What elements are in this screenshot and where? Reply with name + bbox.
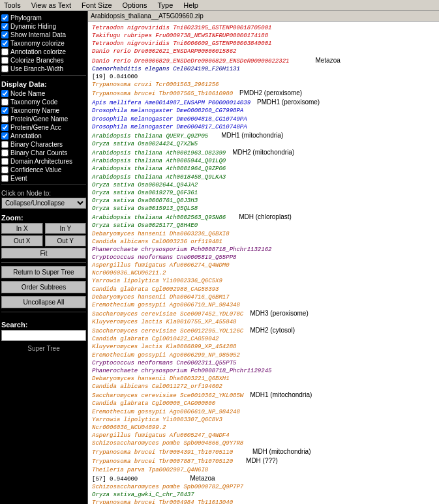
species-46[interactable]: Eremothecium gossypii Ago0006610_NP_9842… <box>92 408 240 416</box>
return-super-tree-button[interactable]: Return to Super Tree <box>1 266 86 278</box>
species-40[interactable]: Cryptococcus neoformans Cne0002311_Q55PT… <box>92 359 236 367</box>
species-42[interactable]: Debaryomyces hansenii Dha0003221_Q6BXH1 <box>92 375 230 383</box>
species-41[interactable]: Phanerochaete chrysosporium Pch0008718_P… <box>92 367 271 375</box>
menu-font-size[interactable]: Font Size <box>80 1 113 9</box>
species-29[interactable]: Ncr0006036_NCU06211.2 <box>92 269 166 277</box>
species-12[interactable]: Arabidopsis thaliana QUERY_Q9ZP05 <box>92 132 208 140</box>
species-10[interactable]: Drosophila melanogaster Dme0004818_CG107… <box>92 115 247 123</box>
species-22[interactable]: Arabidopsis thaliana Ath0002563_Q9SN86 <box>92 214 226 222</box>
zoom-in-x-button[interactable]: In X <box>1 223 43 234</box>
phylogram-checkbox[interactable] <box>1 14 8 22</box>
species-56[interactable]: Trypanosoma brucei Tbr0004984_Tb11013040 <box>92 499 233 504</box>
species-11[interactable]: Drosophila melanogaster Dme0004817_CG107… <box>92 123 247 131</box>
binary-char-counts-checkbox[interactable] <box>1 149 8 156</box>
annotation-colorize-checkbox[interactable] <box>1 48 8 55</box>
species-19[interactable]: Oryza sativa Osa0019279_Q6F361 <box>92 189 198 197</box>
species-31[interactable]: Candida glabrata Cgl0002988_CAG58393 <box>92 286 219 293</box>
species-20[interactable]: Oryza sativa Osa0008761_Q0J3H3 <box>92 197 198 205</box>
tree-row-34: Saccharomyces cerevisiae Sce0007452_YDL0… <box>92 309 435 318</box>
species-54[interactable]: Schizosaccharomyces pombe Spb0000782_Q9P… <box>92 483 243 491</box>
species-6[interactable]: Trypanosoma cruzi Tcr0001563_2961256 <box>92 81 219 89</box>
species-47[interactable]: Yarrowia lipolytica Yli0003307_Q6C8V3 <box>92 416 222 424</box>
zoom-in-y-button[interactable]: In Y <box>45 223 87 234</box>
binary-characters-checkbox[interactable] <box>1 141 8 148</box>
show-internal-data-checkbox[interactable] <box>1 31 8 38</box>
species-28[interactable]: Aspergillus fumigatus Afu0006274_Q4WDM0 <box>92 261 230 269</box>
zoom-fit-button[interactable]: Fit <box>1 248 86 259</box>
species-14[interactable]: Arabidopsis thaliana Ath0001963_O82399 <box>92 149 226 157</box>
taxonomy-code-checkbox[interactable] <box>1 98 8 106</box>
zoom-out-y-button[interactable]: Out Y <box>45 235 87 246</box>
protein-gene-name-checkbox[interactable] <box>1 115 8 123</box>
species-15[interactable]: Arabidopsis thaliana Ath0005944_Q01LQ0 <box>92 157 226 165</box>
species-45[interactable]: Candida glabrata Cgl00000_CAG000000 <box>92 400 215 408</box>
species-18[interactable]: Oryza sativa Osa0002644_Q94JA2 <box>92 181 198 189</box>
node-19[interactable]: [19] 0.041000 <box>92 73 138 81</box>
species-38[interactable]: Kluyveromyces lactis Kla0006899_XP_45428… <box>92 343 236 351</box>
active-tab[interactable]: Arabidopsis_thaliana__AT5G09660.zip <box>91 12 204 20</box>
domain-architectures-checkbox[interactable] <box>1 158 8 165</box>
species-13[interactable]: Oryza sativa Osa0024424_Q7XZW5 <box>92 140 198 148</box>
species-17[interactable]: Arabidopsis thaliana Ath0018458_Q9LKA3 <box>92 173 226 181</box>
menu-type[interactable]: Type <box>156 1 174 9</box>
species-55[interactable]: Oryza sativa_gwki_C_chr_70437 <box>92 491 194 499</box>
species-43[interactable]: Candida albicans Cal0011272_orf194602 <box>92 383 222 391</box>
taxonomy-name-checkbox[interactable] <box>1 107 8 114</box>
species-1[interactable]: Takifugu rubripes Fru0009738_NEWSINFRUP0… <box>92 32 268 40</box>
menu-help[interactable]: Help <box>182 1 200 9</box>
species-52[interactable]: Trypanosoma brucei Tbr0007887_Tb10705120 <box>92 458 233 466</box>
species-44[interactable]: Saccharomyces cerevisiae Sce0010362_YKL0… <box>92 392 243 400</box>
species-5[interactable]: Caenorhabditis elegans Cel0024190_F20H11… <box>92 65 240 73</box>
tree-container[interactable]: Tetraodon nigroviridis Tni0023195_GSTENP… <box>88 22 439 504</box>
colorize-branches-checkbox[interactable] <box>1 57 8 64</box>
species-33[interactable]: Eremothecium gossypii Ago0006710_NP_9843… <box>92 301 240 309</box>
species-16[interactable]: Arabidopsis thaliana Ath0001964_Q9ZP06 <box>92 165 226 173</box>
protein-gene-acc-checkbox[interactable] <box>1 124 8 131</box>
species-50[interactable]: Schizosaccharomyces pombe Spb0004866_Q9Y… <box>92 439 243 447</box>
confidence-value-checkbox[interactable] <box>1 166 8 173</box>
uncollapse-all-button[interactable]: Uncollapse All <box>1 296 86 308</box>
use-branch-width-checkbox[interactable] <box>1 65 8 72</box>
species-32[interactable]: Debaryomyces hansenii Dha0004716_Q6BM17 <box>92 293 230 301</box>
species-53[interactable]: Theileria parva Tpa0002907_Q4N6I8 <box>92 466 208 474</box>
species-26[interactable]: Phanerochaete chrysosporium Pch0008718_P… <box>92 246 271 254</box>
species-27[interactable]: Cryptococcus neoformans Cne0005819_Q55PP… <box>92 254 236 261</box>
species-0[interactable]: Tetraodon nigroviridis Tni0023195_GSTENP… <box>92 24 271 32</box>
node-57[interactable]: [57] 0.944000 <box>92 475 138 483</box>
species-35[interactable]: Kluyveromyces lactis Kla0010755_XP_45584… <box>92 318 236 326</box>
zoom-out-x-button[interactable]: Out X <box>1 235 43 246</box>
species-21[interactable]: Oryza sativa Osa0015913_Q5QLS8 <box>92 205 198 213</box>
species-2[interactable]: Tetraodon nigroviridis Tni0006609_GSTENP… <box>92 40 271 48</box>
species-39[interactable]: Eremothecium gossypii Ago0006299_NP_9850… <box>92 351 240 359</box>
dynamic-hiding-checkbox[interactable] <box>1 23 8 30</box>
species-3[interactable]: Danio rerio Dre0002621_ENSDARP0000001586… <box>92 48 236 55</box>
phylogram-checkbox-row: Phylogram <box>1 14 86 22</box>
species-24[interactable]: Debaryomyces hansenii Dha0003236_Q6BXI8 <box>92 230 230 238</box>
zoom-label: Zoom: <box>1 214 86 222</box>
species-9[interactable]: Drosophila melanogaster Dme0008260_CG799… <box>92 107 243 115</box>
species-25[interactable]: Candida albicans Cal0003236 orf119481 <box>92 238 222 246</box>
collapse-uncollapse-select[interactable]: Collapse/Uncollapse <box>1 198 86 209</box>
menu-options[interactable]: Options <box>121 1 149 9</box>
species-4[interactable]: Danio rerio Dre0006829_ENSDeDre0006829_E… <box>92 57 289 65</box>
taxonomy-colorize-checkbox[interactable] <box>1 40 8 47</box>
species-37[interactable]: Candida glabrata Cgl0010422_CAG59042 <box>92 335 219 343</box>
node-name-checkbox[interactable] <box>1 90 8 97</box>
annotation-mdh2-cytosol: MDH2 (cytosol) <box>250 326 295 335</box>
menu-tools[interactable]: Tools <box>3 1 22 9</box>
tree-row-18: Oryza sativa Osa0002644_Q94JA2 <box>92 181 435 189</box>
species-51[interactable]: Trypanosoma brucei Tbr0004391_Tb10705110 <box>92 449 233 456</box>
species-30[interactable]: Yarrowia lipolytica Yli0002336_Q6C5X9 <box>92 277 222 285</box>
species-34[interactable]: Saccharomyces cerevisiae Sce0007452_YDL0… <box>92 310 243 318</box>
order-subtrees-button[interactable]: Order Subtrees <box>1 281 86 293</box>
species-23[interactable]: Oryza sativa Osa0025177_Q8H4E0 <box>92 222 198 230</box>
species-7[interactable]: Trypanosoma brucei Tbr0007565_Tb10610980 <box>92 90 233 98</box>
event-checkbox[interactable] <box>1 175 8 182</box>
search-input[interactable] <box>1 330 86 341</box>
annotation-checkbox[interactable] <box>1 132 8 140</box>
species-49[interactable]: Aspergillus fumigatus Afu0005247_Q4WDF4 <box>92 432 230 439</box>
species-8[interactable]: Apis mellifera Ame0014987_ENSAPM P000000… <box>92 99 250 107</box>
species-48[interactable]: Ncr0006036_NCU04899.2 <box>92 424 166 432</box>
menu-view-as-text[interactable]: View as Text <box>30 1 72 9</box>
species-36[interactable]: Saccharomyces cerevisiae Sce0012295_YOL1… <box>92 327 243 335</box>
